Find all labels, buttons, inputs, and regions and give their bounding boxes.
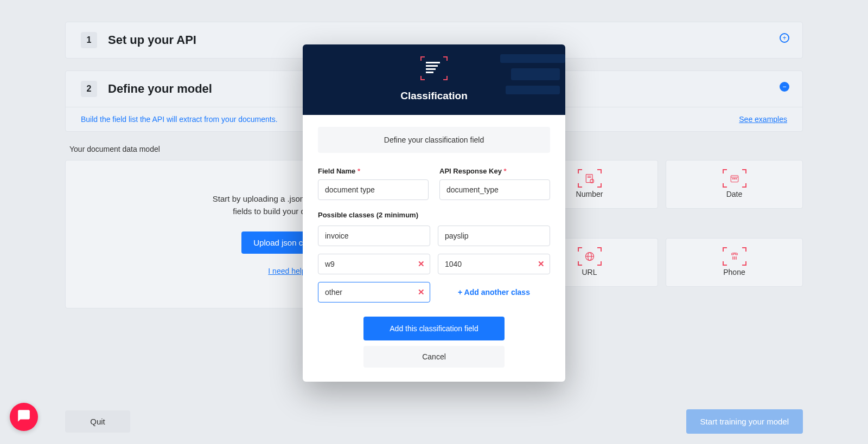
classification-modal: Classification Define your classificatio… — [303, 44, 565, 382]
svg-point-7 — [734, 178, 735, 179]
svg-point-17 — [736, 259, 736, 259]
svg-point-8 — [736, 178, 737, 179]
tile-url-label: URL — [582, 268, 597, 276]
svg-point-6 — [732, 178, 733, 179]
remove-class-4[interactable]: ✕ — [418, 287, 425, 297]
chat-launcher[interactable] — [10, 403, 38, 431]
class-input-3[interactable] — [438, 254, 550, 274]
svg-point-13 — [734, 257, 735, 258]
tile-phone-label: Phone — [723, 268, 745, 276]
add-classification-button[interactable]: Add this classification field — [363, 317, 505, 340]
field-row-main: Field Name * API Response Key * — [318, 167, 550, 200]
class-input-wrap-0 — [318, 226, 430, 246]
class-input-1[interactable] — [438, 226, 550, 246]
svg-rect-0 — [586, 175, 592, 183]
field-name-input[interactable] — [318, 179, 429, 200]
remove-class-2[interactable]: ✕ — [418, 259, 425, 269]
class-input-wrap-4: ✕ — [318, 282, 430, 303]
svg-point-12 — [732, 257, 733, 258]
class-input-wrap-3: ✕ — [438, 254, 550, 274]
number-icon — [579, 170, 601, 186]
expand-icon[interactable]: + — [780, 33, 789, 43]
collapse-icon[interactable]: − — [780, 82, 789, 92]
modal-actions: Add this classification field Cancel — [318, 317, 550, 368]
see-examples-link[interactable]: See examples — [739, 115, 787, 124]
svg-point-14 — [736, 257, 736, 258]
modal-header: Classification — [303, 44, 565, 115]
class-input-wrap-1 — [438, 226, 550, 246]
step-1-title: Set up your API — [108, 33, 196, 47]
api-key-input[interactable] — [439, 179, 550, 200]
add-another-class[interactable]: + Add another class — [438, 282, 550, 303]
url-icon — [579, 248, 601, 265]
cancel-button[interactable]: Cancel — [363, 346, 505, 368]
chat-icon — [17, 409, 31, 425]
modal-body: Define your classification field Field N… — [303, 115, 565, 382]
phone-icon — [724, 248, 745, 265]
modal-banner: Define your classification field — [318, 127, 550, 153]
date-icon — [724, 170, 745, 186]
class-input-0[interactable] — [318, 226, 430, 246]
step-2-number: 2 — [81, 81, 97, 97]
tile-phone[interactable]: Phone — [666, 238, 803, 287]
step-2-title: Define your model — [108, 82, 212, 96]
step-1-number: 1 — [81, 32, 97, 48]
remove-class-3[interactable]: ✕ — [538, 259, 545, 269]
class-input-4[interactable] — [318, 282, 430, 303]
class-input-wrap-2: ✕ — [318, 254, 430, 274]
classification-icon — [420, 56, 448, 80]
tile-number-label: Number — [576, 190, 603, 198]
svg-point-16 — [734, 259, 735, 259]
class-input-2[interactable] — [318, 254, 430, 274]
classes-label: Possible classes (2 minimum) — [318, 211, 550, 219]
svg-point-15 — [732, 259, 733, 259]
class-grid: ✕ ✕ ✕ + Add another class — [318, 226, 550, 303]
tile-date[interactable]: Date — [666, 160, 803, 209]
step-2-info-text: Build the field list the API will extrac… — [81, 115, 278, 124]
header-decoration — [495, 54, 565, 100]
api-key-label: API Response Key * — [439, 167, 550, 175]
quit-button[interactable]: Quit — [65, 410, 130, 433]
start-training-button[interactable]: Start training your model — [686, 409, 803, 434]
field-name-label: Field Name * — [318, 167, 429, 175]
tile-date-label: Date — [726, 190, 743, 198]
footer: Quit Start training your model — [0, 398, 868, 444]
help-link[interactable]: I need help — [268, 267, 305, 275]
